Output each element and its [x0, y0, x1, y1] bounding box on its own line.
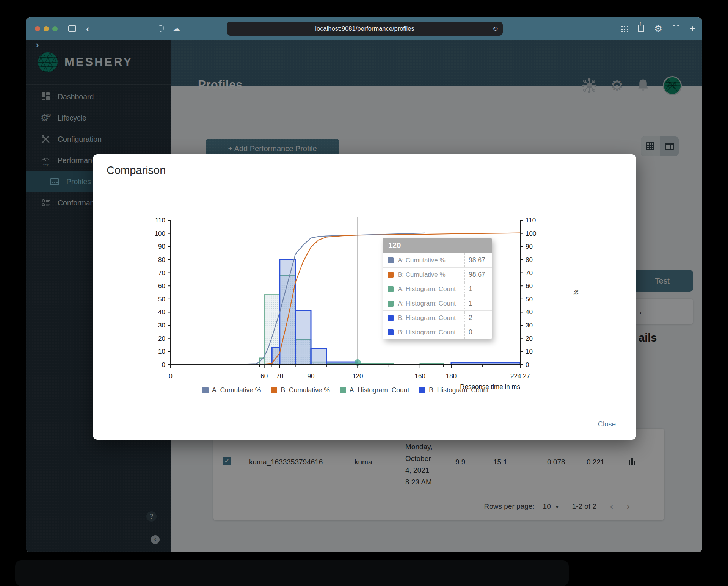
new-tab-icon[interactable]: + — [690, 23, 695, 34]
tooltip-swatch-icon — [388, 329, 394, 335]
tooltip-row: A: Cumulative % 98.67 — [383, 253, 492, 267]
share-icon[interactable] — [638, 25, 644, 32]
svg-text:50: 50 — [158, 296, 165, 303]
svg-text:90: 90 — [526, 243, 533, 250]
legend-swatch-icon — [202, 387, 209, 393]
legend-item: A: Histogram: Count — [340, 386, 410, 394]
tooltip-swatch-icon — [388, 272, 394, 278]
svg-text:110: 110 — [526, 217, 536, 224]
svg-text:160: 160 — [415, 373, 425, 380]
svg-text:30: 30 — [526, 322, 533, 329]
browser-sidebar-icon[interactable] — [68, 25, 76, 32]
tooltip-row: A: Histogram: Count 1 — [383, 296, 492, 310]
url-text: localhost:9081/performance/profiles — [315, 25, 414, 32]
svg-text:0: 0 — [162, 361, 165, 368]
close-button[interactable]: Close — [593, 417, 620, 431]
legend-swatch-icon — [340, 387, 346, 393]
privacy-shield-icon[interactable] — [158, 25, 164, 32]
tab-overview-icon[interactable] — [673, 25, 679, 32]
svg-text:40: 40 — [526, 309, 533, 316]
modal-title: Comparison — [107, 164, 166, 177]
svg-text:90: 90 — [308, 373, 315, 380]
browser-settings-icon[interactable]: ⚙ — [654, 24, 662, 34]
svg-text:40: 40 — [158, 309, 165, 316]
svg-text:80: 80 — [158, 256, 165, 263]
svg-text:80: 80 — [526, 256, 533, 263]
browser-toolbar: ‹ › ☁ localhost:9081/performance/profile… — [26, 17, 702, 40]
tooltip-swatch-icon — [388, 286, 394, 292]
svg-text:120: 120 — [352, 373, 363, 380]
zoom-window-button[interactable] — [52, 26, 58, 31]
svg-text:10: 10 — [158, 348, 165, 355]
svg-text:0: 0 — [526, 361, 529, 368]
svg-text:20: 20 — [526, 335, 533, 342]
svg-text:60: 60 — [158, 282, 165, 290]
svg-text:70: 70 — [158, 269, 165, 277]
traffic-lights — [35, 26, 58, 31]
svg-text:30: 30 — [158, 322, 165, 329]
icloud-icon[interactable]: ☁ — [172, 24, 180, 34]
tooltip-row: B: Cumulative % 98.67 — [383, 267, 492, 282]
legend-item: A: Cumulative % — [202, 386, 261, 394]
tooltip-row: A: Histogram: Count 1 — [383, 282, 492, 296]
svg-text:110: 110 — [155, 217, 165, 224]
svg-text:70: 70 — [526, 269, 533, 277]
close-window-button[interactable] — [35, 26, 40, 31]
comparison-chart[interactable]: 0010102020303040405050606070708080909010… — [142, 211, 582, 389]
tooltip-swatch-icon — [388, 257, 394, 263]
svg-text:100: 100 — [526, 230, 536, 237]
address-bar[interactable]: localhost:9081/performance/profiles ↻ — [227, 22, 503, 36]
chart-legend: A: Cumulative % B: Cumulative % A: Histo… — [171, 386, 520, 394]
svg-text:180: 180 — [446, 373, 457, 380]
svg-text:60: 60 — [260, 373, 268, 380]
svg-text:10: 10 — [526, 348, 533, 355]
svg-text:90: 90 — [158, 243, 165, 250]
comparison-modal: Comparison 00101020203030404050506060707… — [93, 154, 636, 440]
minimize-window-button[interactable] — [44, 26, 49, 31]
tooltip-swatch-icon — [388, 315, 394, 321]
legend-swatch-icon — [419, 387, 425, 393]
svg-text:0: 0 — [169, 373, 172, 380]
reload-icon[interactable]: ↻ — [493, 25, 498, 33]
tooltip-swatch-icon — [388, 301, 394, 307]
background-window-silhouette — [15, 560, 569, 586]
extensions-grid-icon[interactable] — [620, 25, 628, 32]
svg-text:100: 100 — [155, 230, 165, 237]
svg-text:224.27: 224.27 — [510, 373, 530, 380]
tooltip-row: B: Histogram: Count 2 — [383, 310, 492, 325]
svg-text:70: 70 — [276, 373, 283, 380]
svg-text:50: 50 — [526, 296, 533, 303]
svg-text:60: 60 — [526, 282, 533, 290]
tooltip-header: 120 — [383, 238, 492, 253]
svg-text:%: % — [573, 290, 579, 295]
legend-item: B: Histogram: Count — [419, 386, 489, 394]
svg-text:20: 20 — [158, 335, 165, 342]
browser-window: ‹ › ☁ localhost:9081/performance/profile… — [26, 17, 702, 552]
chart-tooltip: 120 A: Cumulative % 98.67 B: Cumulative … — [383, 238, 492, 339]
legend-swatch-icon — [271, 387, 277, 393]
tooltip-row: B: Histogram: Count 0 — [383, 325, 492, 339]
legend-item: B: Cumulative % — [271, 386, 329, 394]
back-icon[interactable]: ‹ — [86, 24, 89, 34]
